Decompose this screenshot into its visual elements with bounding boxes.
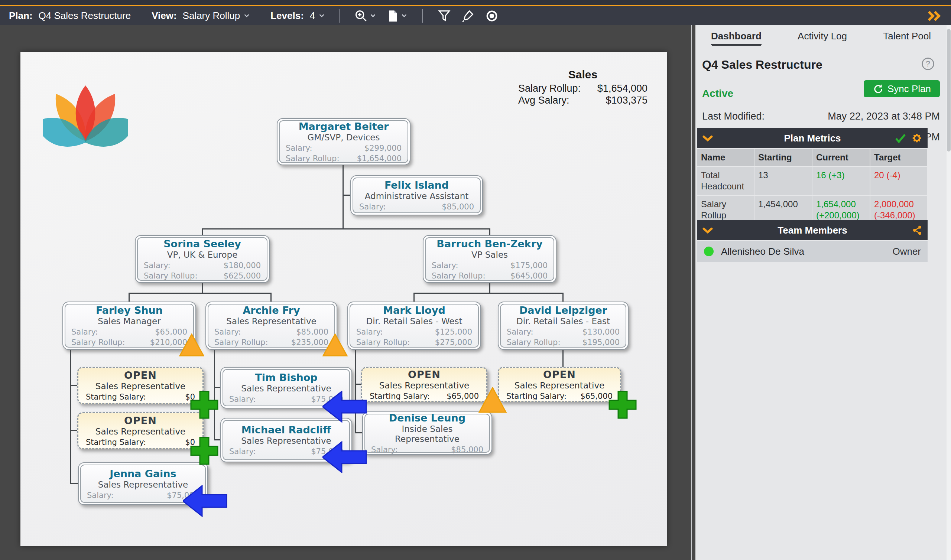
org-node-margaret-beiter[interactable]: Margaret Beiter GM/SVP, Devices Salary:$… (277, 118, 411, 165)
salary-label: Salary: (229, 394, 256, 404)
org-node-open-position-1[interactable]: OPEN Sales Representative Starting Salar… (77, 367, 203, 404)
node-title: VP, UK & Europe (144, 250, 261, 260)
starting-salary-label: Starting Salary: (369, 391, 430, 401)
salary-label: Salary: (356, 327, 383, 337)
connector (271, 292, 272, 302)
filter-button[interactable] (438, 9, 451, 23)
node-name: OPEN (369, 368, 479, 381)
file-icon (386, 9, 399, 23)
view-dropdown[interactable]: Salary Rollup (183, 10, 250, 22)
starting-salary-label: Starting Salary: (86, 437, 146, 447)
tab-talent-pool[interactable]: Talent Pool (883, 31, 931, 45)
share-icon[interactable] (912, 225, 922, 235)
export-dropdown[interactable] (386, 9, 407, 23)
connector (414, 292, 563, 294)
org-node-denise-leung[interactable]: Denise Leung Inside Sales Representative… (362, 411, 492, 455)
team-member-row[interactable]: Allenisheo De Silva Owner (697, 241, 928, 262)
node-title: VP Sales (432, 250, 548, 260)
node-title: Sales Representative (506, 381, 612, 391)
zoom-dropdown[interactable] (354, 9, 376, 23)
node-title: Dir. Retail Sales - East (507, 316, 620, 326)
highlight-button[interactable] (462, 9, 475, 23)
connector (129, 292, 130, 302)
plan-metrics-header: Plan Metrics (697, 128, 928, 148)
node-name: Felix Island (359, 179, 474, 191)
org-node-open-position-3[interactable]: OPEN Sales Representative Starting Salar… (361, 367, 488, 402)
last-modified-value: May 22, 2023 at 3:48 PM (828, 111, 940, 122)
org-node-farley-shun[interactable]: Farley Shun Sales Manager Salary:$65,000… (62, 302, 196, 350)
connector (562, 292, 563, 302)
rollup-label: Salary Rollup: (507, 338, 560, 347)
connector (202, 228, 490, 229)
connector (202, 228, 203, 235)
node-name: Sorina Seeley (144, 238, 261, 250)
salary-value: $130,000 (583, 327, 620, 337)
org-node-mark-lloyd[interactable]: Mark Lloyd Dir. Retail Sales - West Sala… (347, 302, 481, 350)
node-name: OPEN (86, 414, 195, 427)
salary-value: $125,000 (435, 327, 472, 337)
team-members-title: Team Members (697, 225, 928, 236)
node-title: Sales Representative (86, 427, 195, 437)
metric-name: Salary Rollup (697, 196, 754, 224)
panel-scrollbar[interactable] (946, 25, 951, 560)
sync-plan-button[interactable]: Sync Plan (864, 80, 940, 97)
plan-label: Plan: (9, 10, 33, 22)
svg-text:?: ? (926, 59, 930, 68)
starting-salary-value: $65,000 (580, 391, 612, 401)
starting-salary-label: Starting Salary: (86, 392, 146, 402)
salary-label: Salary: (371, 445, 398, 455)
node-name: Mark Lloyd (356, 304, 472, 316)
levels-label: Levels: (271, 10, 304, 22)
added-position-plus-icon (190, 437, 219, 465)
last-modified-row: Last Modified: May 22, 2023 at 3:48 PM (702, 111, 940, 122)
connector (343, 165, 344, 229)
collapse-section-button[interactable] (702, 135, 713, 142)
node-title: Sales Representative (86, 382, 195, 391)
salary-value: $175,000 (511, 261, 548, 270)
check-icon[interactable] (895, 133, 906, 143)
starting-salary-label: Starting Salary: (506, 391, 566, 401)
plan-metrics-table: Name Starting Current Target Total Headc… (697, 149, 928, 224)
org-node-open-position-4[interactable]: OPEN Sales Representative Starting Salar… (498, 367, 621, 402)
collapse-panel-icon[interactable] (926, 10, 942, 22)
connector (343, 195, 351, 196)
salary-label: Salary: (87, 491, 114, 500)
rollup-label: Salary Rollup: (356, 338, 410, 347)
chevron-down-icon (370, 14, 376, 18)
tab-dashboard[interactable]: Dashboard (711, 31, 762, 45)
tab-activity-log[interactable]: Activity Log (797, 31, 847, 45)
node-title: Administrative Assistant (359, 191, 474, 201)
org-node-sorina-seeley[interactable]: Sorina Seeley VP, UK & Europe Salary:$18… (135, 235, 270, 283)
scrollbar-thumb[interactable] (947, 29, 951, 152)
summary-label: Salary Rollup: (518, 82, 581, 94)
plan-title: Q4 Sales Restructure (702, 58, 822, 72)
top-toolbar: Plan: Q4 Sales Restructure View: Salary … (0, 0, 951, 25)
connector (70, 350, 71, 484)
levels-dropdown[interactable]: 4 (310, 10, 325, 22)
org-node-david-leipziger[interactable]: David Leipziger Dir. Retail Sales - East… (498, 302, 629, 350)
collapse-section-button[interactable] (702, 227, 713, 234)
department-summary: Sales Salary Rollup:$1,654,000 Avg Salar… (518, 68, 648, 106)
gear-icon[interactable] (911, 132, 922, 144)
metric-starting: 13 (754, 167, 812, 195)
salary-label: Salary: (214, 327, 241, 337)
chevron-down-icon (702, 135, 713, 142)
help-button[interactable]: ? (921, 57, 935, 72)
salary-label: Salary: (71, 327, 98, 337)
added-position-plus-icon (190, 391, 219, 419)
org-node-open-position-2[interactable]: OPEN Sales Representative Starting Salar… (77, 412, 203, 449)
node-name: Michael Radcliff (229, 424, 343, 436)
org-node-archie-fry[interactable]: Archie Fry Sales Representative Salary:$… (205, 302, 337, 350)
help-icon: ? (921, 57, 935, 71)
company-logo (43, 69, 128, 156)
node-name: Farley Shun (71, 304, 187, 316)
visibility-button[interactable] (485, 9, 499, 23)
org-node-barruch-ben-zekry[interactable]: Barruch Ben-Zekry VP Sales Salary:$175,0… (423, 235, 557, 283)
eye-icon (485, 9, 499, 23)
column-header: Target (870, 149, 927, 166)
chevron-down-icon (244, 14, 250, 18)
org-node-felix-island[interactable]: Felix Island Administrative Assistant Sa… (350, 175, 483, 215)
org-chart-canvas[interactable]: Sales Salary Rollup:$1,654,000 Avg Salar… (20, 52, 667, 546)
department-name: Sales (518, 68, 648, 81)
node-title: Inside Sales Representative (371, 424, 483, 444)
